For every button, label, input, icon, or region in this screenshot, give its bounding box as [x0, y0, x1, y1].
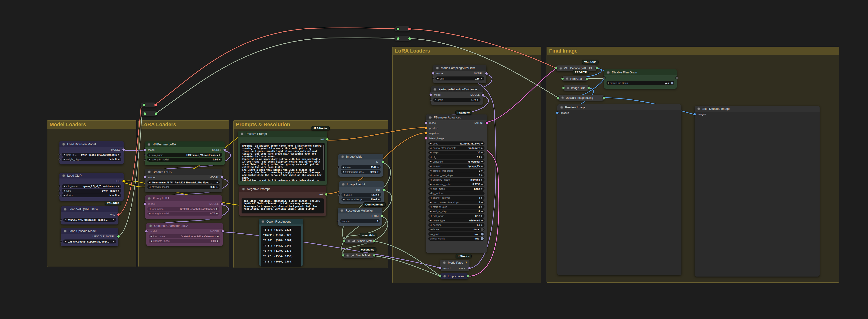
node-pussy-lora[interactable]: Pussy LoRAmodelMODEL◀lora_nameGreta01_ep… — [145, 196, 222, 219]
output-dot[interactable] — [586, 78, 588, 80]
node-titlebar[interactable]: PerturbedAttentionGuidance — [431, 86, 483, 92]
output-dot[interactable] — [382, 188, 385, 191]
output-dot[interactable] — [485, 72, 488, 75]
input-dot[interactable] — [555, 67, 557, 69]
node-titlebar[interactable]: Breasts LoRA — [145, 169, 222, 175]
widget-clip-name[interactable]: ◀clip_nameqwen_2.5_vl_7b.safetensors▶ — [62, 184, 121, 188]
output-dot[interactable] — [222, 230, 224, 233]
decrement-arrow[interactable]: ◀ — [430, 174, 431, 176]
reroute-dot[interactable] — [144, 112, 146, 115]
increment-arrow[interactable]: ▶ — [477, 99, 479, 101]
decrement-arrow[interactable]: ◀ — [430, 197, 431, 199]
decrement-arrow[interactable]: ◀ — [150, 240, 152, 242]
increment-arrow[interactable]: ▶ — [219, 158, 221, 161]
output-dot[interactable] — [382, 161, 384, 163]
decrement-arrow[interactable]: ◀ — [430, 147, 431, 149]
widget-steps[interactable]: ◀steps30▶ — [428, 151, 485, 154]
output-dot[interactable] — [122, 180, 125, 182]
collapse-dot[interactable] — [62, 174, 65, 177]
collapse-dot[interactable] — [346, 254, 349, 257]
widget-lora-name[interactable]: ◀lora_nameGreta01_epoch80.safetensors▶ — [147, 207, 219, 211]
widget-official-comfy[interactable]: official_comfytrue — [428, 237, 485, 241]
decrement-arrow[interactable]: ◀ — [430, 151, 431, 154]
increment-arrow[interactable]: ▶ — [482, 197, 483, 199]
widget-noise-type[interactable]: ◀noise_typewhitened▶ — [428, 218, 485, 222]
increment-arrow[interactable]: ▶ — [482, 219, 483, 221]
output-dot[interactable] — [221, 176, 223, 178]
widget-denoise[interactable]: ◀denoise1.0▶ — [428, 223, 485, 227]
widget-shift[interactable]: ◀shift0.85▶ — [435, 76, 484, 80]
widget-control-after-ge-[interactable]: ◀control after ge ...fixed▶ — [341, 170, 381, 174]
node-modelpass[interactable]: ModelPass?modelmodel — [440, 260, 469, 271]
increment-arrow[interactable]: ▶ — [482, 183, 483, 185]
increment-arrow[interactable]: ▶ — [482, 165, 483, 167]
node-image-width[interactable]: Image WidthINT◀value1144▶◀control after … — [338, 154, 383, 177]
widget-enable-film-grain[interactable]: Enable Film Grainyes — [607, 81, 674, 85]
output-dot[interactable] — [676, 77, 678, 79]
input-dot[interactable] — [561, 78, 564, 80]
input-dot[interactable] — [557, 97, 559, 99]
increment-arrow[interactable]: ▶ — [219, 154, 221, 156]
node-titlebar[interactable]: ModelPass? — [440, 260, 469, 265]
input-dot[interactable] — [342, 254, 344, 257]
node-positive-prompt[interactable]: Positive PrompttextHMFemme, an amateur p… — [238, 131, 327, 185]
decrement-arrow[interactable]: ◀ — [430, 165, 431, 167]
collapse-dot[interactable] — [62, 143, 65, 146]
reroute-dot[interactable] — [408, 37, 411, 40]
widget-value[interactable]: ◀HearmemanAI_V4_Rank128_BreastsLoRA_Epoc… — [147, 180, 220, 184]
collapse-dot[interactable] — [148, 171, 151, 173]
increment-arrow[interactable]: ▶ — [482, 224, 483, 226]
node-image-height[interactable]: Image HeightINT◀value1472▶◀control after… — [339, 181, 384, 204]
input-dot[interactable] — [425, 132, 427, 134]
input-dot[interactable] — [603, 77, 605, 79]
increment-arrow[interactable]: ▶ — [216, 208, 218, 210]
output-dot[interactable] — [603, 97, 605, 99]
reroute-upscale-top[interactable] — [395, 36, 410, 41]
collapse-dot[interactable] — [64, 208, 66, 211]
increment-arrow[interactable]: ▶ — [378, 199, 380, 201]
widget-skip-indices[interactable]: skip_indices — [428, 191, 485, 196]
collapse-dot[interactable] — [566, 77, 568, 80]
decrement-arrow[interactable]: ◀ — [342, 171, 344, 173]
toggle-knob[interactable] — [481, 237, 484, 240]
node-perturbed-attention-guidance[interactable]: PerturbedAttentionGuidancemodelMODEL◀sca… — [431, 86, 483, 105]
node-titlebar[interactable]: Qwen Resolutions — [259, 219, 303, 224]
widget-input-dot[interactable] — [144, 154, 146, 156]
node-titlebar[interactable]: Load Upscale Model — [61, 228, 118, 234]
node-resolution-multiplier[interactable]: Resolution MultiplierFLOATNumber1 — [338, 208, 382, 226]
widget-control-after-ge-[interactable]: ◀control after ge ...fixed▶ — [341, 198, 381, 202]
widget-input-dot[interactable] — [59, 185, 61, 187]
decrement-arrow[interactable]: ◀ — [430, 183, 431, 185]
input-dot[interactable] — [343, 240, 345, 242]
decrement-arrow[interactable]: ◀ — [63, 185, 65, 187]
decrement-arrow[interactable]: ◀ — [65, 219, 66, 221]
widget-input-dot[interactable] — [60, 219, 62, 221]
node-negative-prompt[interactable]: Negative Prompttexttan lines, tanlines, … — [239, 186, 326, 216]
increment-arrow[interactable]: ▶ — [378, 194, 380, 196]
reroute-vae-top[interactable] — [395, 26, 410, 31]
increment-arrow[interactable]: ▶ — [113, 219, 115, 221]
node-qwen-resolutions[interactable]: Qwen Resolutions"1:1": (1328, 1328)"16:9… — [259, 219, 303, 266]
increment-arrow[interactable]: ▶ — [482, 206, 483, 208]
decrement-arrow[interactable]: ◀ — [430, 179, 431, 181]
node-image-blur[interactable]: Image Blur — [563, 85, 589, 91]
widget-lora-name[interactable]: ◀lora_nameGreta01_epoch80.safetensors▶ — [149, 234, 220, 238]
input-dot[interactable] — [144, 149, 146, 151]
widget-value[interactable]: ◀Wan2.1_VAE_upscale2x_image ...▶ — [63, 218, 116, 222]
reroute-dot[interactable] — [408, 28, 411, 30]
increment-arrow[interactable]: ▶ — [118, 154, 120, 156]
node-film-grain[interactable]: Film Grain — [562, 76, 587, 81]
node-titlebar[interactable]: Load VAE (VAE Utils) — [61, 206, 118, 212]
node-titlebar[interactable]: Disable Film Grain — [604, 69, 677, 75]
widget-type[interactable]: ◀typeqwen_image▶ — [62, 189, 121, 193]
decrement-arrow[interactable]: ◀ — [430, 142, 431, 144]
output-dot[interactable] — [221, 203, 223, 205]
widget-device[interactable]: ◀devicedefault▶ — [62, 193, 121, 197]
input-dot[interactable] — [425, 122, 427, 124]
widget-strength-model[interactable]: ◀strength_model0.36▶ — [147, 185, 220, 189]
input-dot[interactable] — [144, 203, 146, 205]
output-dot[interactable] — [381, 215, 383, 217]
node-titlebar[interactable]: Image Width — [338, 154, 383, 160]
increment-arrow[interactable]: ▶ — [481, 77, 483, 79]
decrement-arrow[interactable]: ◀ — [430, 170, 431, 172]
